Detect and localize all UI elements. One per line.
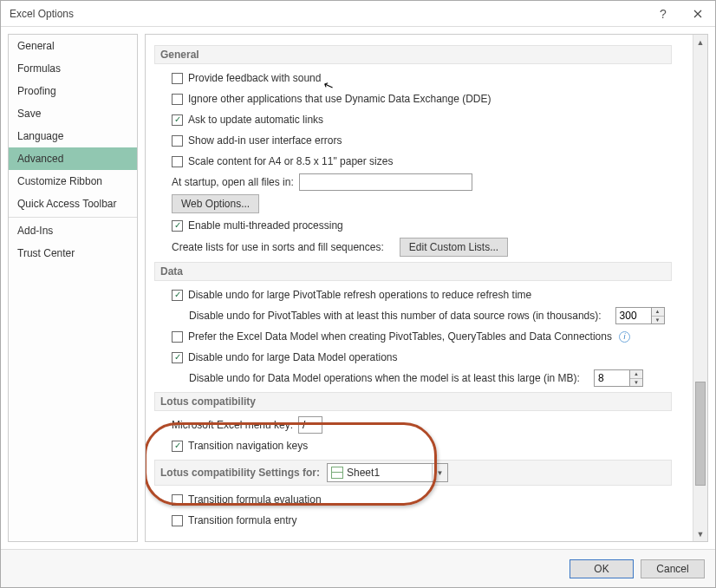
pivot-rows-spinner[interactable]: ▲▼ [652, 307, 665, 324]
sheet-icon [331, 467, 343, 479]
checkbox-transition-formula-entry[interactable] [172, 515, 183, 526]
main-panel: General ↖ Provide feedback with sound Ig… [146, 35, 693, 541]
excel-options-dialog: Excel Options ? General Formulas Proofin… [0, 0, 716, 588]
label-disable-undo-data-model: Disable undo for large Data Model operat… [188, 351, 397, 363]
label-ask-update-links: Ask to update automatic links [188, 114, 323, 126]
sidebar-item-customize-ribbon[interactable]: Customize Ribbon [9, 170, 137, 193]
label-transition-formula-eval: Transition formula evaluation [188, 493, 322, 506]
label-scale-paper: Scale content for A4 or 8.5 x 11" paper … [188, 155, 393, 167]
checkbox-transition-formula-eval[interactable] [172, 494, 183, 506]
scrollbar-thumb[interactable] [695, 382, 706, 486]
section-header-data: Data [154, 262, 672, 281]
label-prefer-data-model: Prefer the Excel Data Model when creatin… [188, 330, 612, 343]
label-disable-undo-pivot-rows: Disable undo for PivotTables with at lea… [189, 310, 602, 322]
sheet-dropdown[interactable]: Sheet1 ▼ [327, 463, 448, 482]
sidebar-item-proofing[interactable]: Proofing [9, 80, 137, 102]
titlebar: Excel Options ? [1, 1, 715, 27]
sidebar-item-language[interactable]: Language [9, 125, 137, 147]
sidebar-item-save[interactable]: Save [9, 102, 137, 125]
sidebar-item-advanced[interactable]: Advanced [9, 147, 137, 170]
sidebar-item-trust-center[interactable]: Trust Center [9, 242, 137, 265]
cancel-button[interactable]: Cancel [641, 559, 705, 578]
scroll-up-arrow-icon[interactable]: ▲ [693, 35, 707, 49]
checkbox-disable-undo-pivot-refresh[interactable] [172, 290, 183, 301]
sidebar-item-general[interactable]: General [9, 35, 137, 57]
checkbox-ask-update-links[interactable] [172, 114, 183, 126]
label-transition-nav-keys: Transition navigation keys [188, 440, 308, 452]
data-model-mb-input[interactable] [594, 369, 630, 387]
startup-open-input[interactable] [299, 173, 472, 191]
checkbox-multi-threaded[interactable] [172, 220, 183, 232]
pivot-rows-input[interactable] [615, 307, 652, 324]
section-header-lotus: Lotus compatibility [154, 392, 672, 411]
checkbox-transition-nav-keys[interactable] [172, 441, 183, 452]
window-title: Excel Options [10, 8, 646, 20]
section-header-general: General [154, 45, 672, 64]
close-button[interactable] [680, 1, 715, 27]
sidebar-item-quick-access-toolbar[interactable]: Quick Access Toolbar [9, 193, 137, 215]
checkbox-scale-paper[interactable] [172, 156, 183, 167]
sidebar: General Formulas Proofing Save Language … [8, 34, 138, 542]
label-multi-threaded: Enable multi-threaded processing [188, 219, 343, 232]
chevron-down-icon: ▼ [432, 464, 447, 481]
label-startup-open: At startup, open all files in: [172, 176, 294, 188]
sheet-dropdown-value: Sheet1 [347, 467, 380, 479]
label-menu-key: Microsoft Excel menu key: [172, 419, 293, 431]
vertical-scrollbar[interactable]: ▲ ▼ [693, 35, 707, 541]
close-icon [693, 10, 702, 18]
menu-key-input[interactable] [298, 416, 322, 434]
label-disable-undo-pivot-refresh: Disable undo for large PivotTable refres… [188, 289, 531, 301]
label-transition-formula-entry: Transition formula entry [188, 514, 297, 526]
label-ignore-dde: Ignore other applications that use Dynam… [188, 93, 491, 105]
web-options-button[interactable]: Web Options... [172, 194, 259, 213]
checkbox-prefer-data-model[interactable] [172, 331, 183, 343]
label-disable-undo-data-model-mb: Disable undo for Data Model operations w… [189, 372, 580, 384]
checkbox-feedback-sound[interactable] [172, 73, 183, 84]
dialog-footer: OK Cancel [1, 549, 715, 587]
data-model-mb-spinner[interactable]: ▲▼ [630, 369, 643, 387]
checkbox-ignore-dde[interactable] [172, 94, 183, 105]
help-button[interactable]: ? [646, 1, 680, 27]
ok-button[interactable]: OK [570, 559, 634, 578]
label-create-lists: Create lists for use in sorts and fill s… [172, 241, 384, 253]
scroll-down-arrow-icon[interactable]: ▼ [693, 526, 707, 541]
sidebar-item-add-ins[interactable]: Add-Ins [9, 219, 137, 242]
label-show-addin-errors: Show add-in user interface errors [188, 134, 342, 147]
section-header-lotus-settings: Lotus compatibility Settings for: Sheet1… [154, 460, 672, 486]
checkbox-disable-undo-data-model[interactable] [172, 352, 183, 363]
label-feedback-sound: Provide feedback with sound [188, 72, 321, 84]
edit-custom-lists-button[interactable]: Edit Custom Lists... [400, 238, 508, 257]
checkbox-show-addin-errors[interactable] [172, 135, 183, 147]
sidebar-item-formulas[interactable]: Formulas [9, 57, 137, 80]
info-icon[interactable]: i [619, 331, 630, 343]
